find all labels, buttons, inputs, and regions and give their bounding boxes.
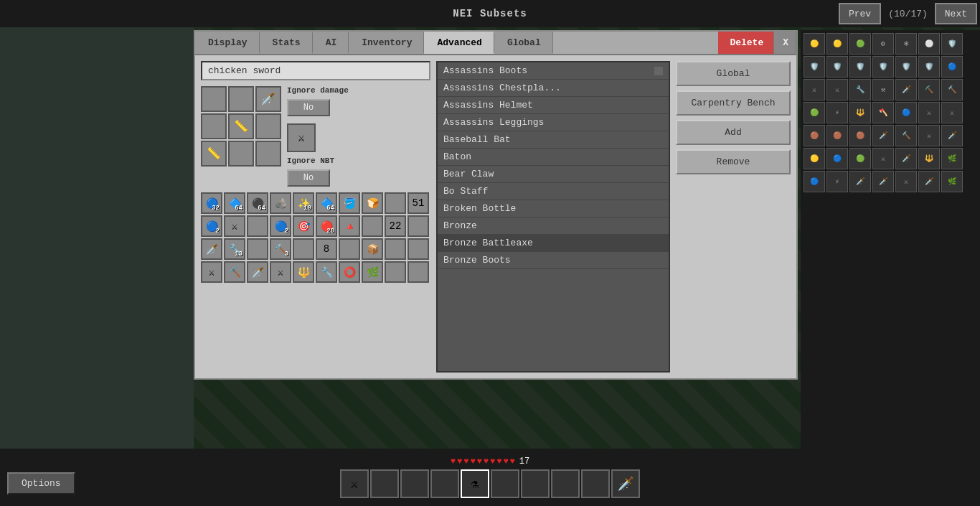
sidebar-icon-5[interactable]: ❄️ <box>895 33 917 55</box>
sidebar-icon-43[interactable]: 🔵 <box>804 171 825 192</box>
sidebar-icon-21[interactable]: 🔨 <box>941 79 963 100</box>
sidebar-icon-30[interactable]: 🟤 <box>826 125 848 146</box>
sidebar-icon-41[interactable]: 🔱 <box>918 148 940 169</box>
inv-cell-8[interactable] <box>385 192 406 214</box>
sidebar-icon-6[interactable]: ⚪ <box>918 33 940 55</box>
prev-button[interactable]: Prev <box>839 3 881 24</box>
sidebar-icon-26[interactable]: 🔵 <box>895 102 917 123</box>
inv-cell-32[interactable]: 🗡️ <box>247 261 268 283</box>
inv-cell-38[interactable] <box>385 261 406 283</box>
sidebar-icon-33[interactable]: 🔨 <box>895 125 917 146</box>
inv-cell-15[interactable]: 🔴28 <box>316 215 337 237</box>
inv-cell-17[interactable] <box>362 215 383 237</box>
sidebar-icon-4[interactable]: ⚙️ <box>872 33 894 55</box>
hotbar-slot-3[interactable] <box>430 469 459 498</box>
list-item-0[interactable]: Assassins Boots <box>438 62 669 80</box>
sidebar-icon-37[interactable]: 🔵 <box>826 148 848 169</box>
hotbar-slot-1[interactable] <box>370 469 399 498</box>
inv-cell-2[interactable]: ⚫64 <box>247 192 268 214</box>
tab-close[interactable]: X <box>774 32 796 54</box>
sidebar-icon-12[interactable]: 🛡️ <box>895 56 917 78</box>
hotbar-slot-5[interactable] <box>491 469 519 498</box>
inv-cell-29[interactable] <box>407 238 429 260</box>
sidebar-icon-3[interactable]: 🟢 <box>849 33 871 55</box>
craft-cell-1-2[interactable] <box>255 113 281 139</box>
list-item-1[interactable]: Assassins Chestpla... <box>438 80 669 97</box>
sidebar-icon-14[interactable]: 🔵 <box>941 56 963 78</box>
inv-cell-36[interactable]: ⭕ <box>339 261 360 283</box>
sidebar-icon-8[interactable]: 🛡️ <box>804 56 825 78</box>
remove-button[interactable]: Remove <box>676 149 791 174</box>
inv-cell-11[interactable]: ⚔️ <box>224 215 245 237</box>
search-input[interactable] <box>201 61 430 80</box>
sidebar-icon-35[interactable]: 🗡️ <box>941 125 963 146</box>
sidebar-icon-17[interactable]: 🔧 <box>849 79 871 100</box>
inv-cell-26[interactable] <box>339 238 360 260</box>
ignore-nbt-btn[interactable]: No <box>287 169 330 187</box>
sidebar-icon-34[interactable]: ⚔️ <box>918 125 940 146</box>
ignore-damage-btn[interactable]: No <box>287 99 330 116</box>
inv-cell-35[interactable]: 🔧 <box>316 261 337 283</box>
sidebar-icon-39[interactable]: ⚔️ <box>872 148 894 169</box>
list-item-2[interactable]: Assassins Helmet <box>438 97 669 114</box>
sidebar-icon-19[interactable]: 🗡️ <box>895 79 917 100</box>
craft-cell-2-0[interactable]: 📏 <box>201 141 227 167</box>
sidebar-icon-28[interactable]: ⚔️ <box>941 102 963 123</box>
list-item-9[interactable]: Bronze <box>438 217 669 235</box>
global-button[interactable]: Global <box>676 61 791 86</box>
inv-cell-25[interactable]: 8 <box>316 238 337 260</box>
list-item-4[interactable]: Baseball Bat <box>438 131 669 149</box>
sidebar-icon-18[interactable]: ⚒️ <box>872 79 894 100</box>
tab-stats[interactable]: Stats <box>260 32 313 54</box>
sidebar-icon-24[interactable]: 🔱 <box>849 102 871 123</box>
sidebar-icon-25[interactable]: 🪓 <box>872 102 894 123</box>
sidebar-icon-27[interactable]: ⚔️ <box>918 102 940 123</box>
sidebar-icon-22[interactable]: 🟢 <box>804 102 825 123</box>
tab-ai[interactable]: AI <box>313 32 349 54</box>
sidebar-icon-10[interactable]: 🛡️ <box>849 56 871 78</box>
list-item-8[interactable]: Broken Bottle <box>438 200 669 217</box>
sidebar-icon-46[interactable]: 🗡️ <box>872 171 894 192</box>
inv-cell-16[interactable]: 🔺 <box>339 215 360 237</box>
sidebar-icon-16[interactable]: ⚔️ <box>826 79 848 100</box>
inv-cell-30[interactable]: ⚔️ <box>201 261 222 283</box>
sidebar-icon-44[interactable]: ⚡ <box>826 171 848 192</box>
craft-cell-0-1[interactable] <box>228 86 254 112</box>
options-button[interactable]: Options <box>7 472 75 495</box>
inv-cell-7[interactable]: 🍞 <box>362 192 383 214</box>
inv-cell-14[interactable]: 🎯 <box>293 215 314 237</box>
inv-cell-13[interactable]: 🔵2 <box>270 215 291 237</box>
next-button[interactable]: Next <box>935 3 977 24</box>
inv-cell-0[interactable]: 🔵32 <box>201 192 222 214</box>
craft-cell-0-0[interactable] <box>201 86 227 112</box>
inv-cell-27[interactable]: 📦 <box>362 238 383 260</box>
craft-cell-1-0[interactable] <box>201 113 227 139</box>
sidebar-icon-47[interactable]: ⚔️ <box>895 171 917 192</box>
tab-inventory[interactable]: Inventory <box>349 32 424 54</box>
inv-cell-1[interactable]: 🔷64 <box>224 192 245 214</box>
inv-cell-21[interactable]: 🔧13 <box>224 238 245 260</box>
sidebar-icon-11[interactable]: 🛡️ <box>872 56 894 78</box>
sidebar-icon-36[interactable]: 🟡 <box>804 148 825 169</box>
craft-cell-1-1[interactable]: 📏 <box>228 113 254 139</box>
inv-cell-34[interactable]: 🔱 <box>293 261 314 283</box>
sidebar-icon-31[interactable]: 🟤 <box>849 125 871 146</box>
sidebar-icon-7[interactable]: 🛡️ <box>941 33 963 55</box>
sidebar-icon-42[interactable]: 🌿 <box>941 148 963 169</box>
sidebar-icon-49[interactable]: 🌿 <box>941 171 963 192</box>
sidebar-icon-40[interactable]: 🗡️ <box>895 148 917 169</box>
list-item-7[interactable]: Bo Staff <box>438 183 669 200</box>
tab-display[interactable]: Display <box>195 32 260 54</box>
inv-cell-22[interactable] <box>247 238 268 260</box>
inv-cell-5[interactable]: 🔷64 <box>316 192 337 214</box>
hotbar-slot-9[interactable]: 🗡️ <box>611 469 640 498</box>
list-item-10[interactable]: Bronze Battleaxe <box>438 235 669 252</box>
carpentry-button[interactable]: Carpentry Bench <box>676 90 791 116</box>
inv-cell-3[interactable]: 🪨 <box>270 192 291 214</box>
sidebar-icon-9[interactable]: 🛡️ <box>826 56 848 78</box>
sidebar-icon-29[interactable]: 🟤 <box>804 125 825 146</box>
list-item-11[interactable]: Bronze Boots <box>438 252 669 269</box>
hotbar-slot-0[interactable]: ⚔️ <box>340 469 369 498</box>
list-item-3[interactable]: Assassins Leggings <box>438 114 669 131</box>
sidebar-icon-23[interactable]: ⚡ <box>826 102 848 123</box>
